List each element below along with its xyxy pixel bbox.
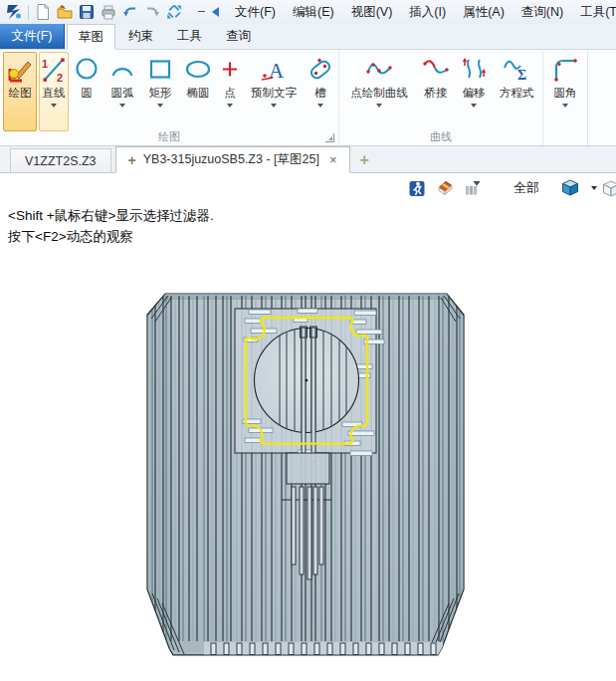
ellipse-button[interactable]: 椭圆 [180,52,216,131]
ribbon-button-label: 桥接 [425,87,448,100]
print-button[interactable] [100,3,118,22]
filter-value-label[interactable]: 全部 [513,179,539,197]
ribbon-tab-0[interactable]: 草图 [67,24,115,50]
fillet-icon [550,55,580,85]
ribbon-button-label: 槽 [314,87,326,100]
menu-item-5[interactable]: 查询(N) [521,4,563,21]
undo-button[interactable] [121,3,140,22]
pin-icon[interactable]: + [128,153,136,167]
equation-button[interactable]: 方程式 [494,52,539,131]
ribbon-button-label: 圆 [81,87,93,100]
sketch-draw-button[interactable]: 绘图 [3,52,37,131]
ellipse-icon [183,55,213,85]
fillet-button[interactable]: 圆角 [546,52,584,131]
ribbon-button-label: 绘图 [9,87,32,100]
quick-access-toolbar: 文件(F)编辑(E)视图(V)插入(I)属性(A)查询(N)工具(T)实 [0,0,616,24]
wireframe-view-cube-icon[interactable] [601,179,616,202]
collapse-ribbon-icon[interactable] [212,7,219,17]
ribbon-tab-row: 文件(F) 草图约束工具查询 [0,24,616,50]
application-window: 文件(F)编辑(E)视图(V)插入(I)属性(A)查询(N)工具(T)实 文件(… [0,0,616,681]
line-icon [39,55,69,85]
document-tab-title: V1ZZT2S.Z3 [25,154,97,168]
dropdown-caret-icon[interactable] [376,104,382,108]
prompt-line-2: 按下<F2>动态的观察 [8,227,214,248]
dropdown-caret-icon[interactable] [227,104,233,108]
menu-item-0[interactable]: 文件(F) [235,4,276,21]
dropdown-caret-icon[interactable] [271,104,277,108]
dropdown-caret-icon[interactable] [471,104,477,108]
point-icon [215,55,245,85]
view-toolbar: 全部 [408,178,597,197]
new-file-button[interactable] [34,3,53,22]
save-button[interactable] [78,3,97,22]
menu-item-2[interactable]: 视图(V) [351,4,393,21]
slot-button[interactable]: 槽 [306,52,335,131]
pretext-icon [259,55,289,85]
ribbon-button-label: 直线 [43,87,66,100]
dropdown-caret-icon[interactable] [51,104,57,108]
ribbon-tab-1[interactable]: 约束 [117,24,164,49]
bridge-icon [421,55,451,85]
point-curve-button[interactable]: 点绘制曲线 [342,52,416,131]
offset-icon [459,55,489,85]
menu-item-3[interactable]: 插入(I) [409,4,446,21]
prompt-message: <Shift +鼠标右键>显示选择过滤器. 按下<F2>动态的观察 [8,206,214,247]
ribbon-button-label: 偏移 [463,87,486,100]
pretext-button[interactable]: 预制文字 [244,52,304,131]
motor-housing-model[interactable] [0,173,616,681]
point-button[interactable]: 点 [218,52,242,131]
point-curve-icon [364,55,394,85]
dropdown-caret-icon[interactable] [119,104,125,108]
exit-sketch-icon[interactable] [408,179,426,197]
ribbon-button-label: 点 [224,87,236,100]
circle-button[interactable]: 圆 [71,52,103,131]
menu-item-4[interactable]: 属性(A) [463,4,505,21]
ribbon-group-2: 圆角 [543,50,588,145]
offset-button[interactable]: 偏移 [456,52,492,131]
ribbon-tab-list: 草图约束工具查询 [65,24,262,49]
ribbon-group-label: 绘图 [0,129,338,144]
ribbon-button-label: 矩形 [149,87,172,100]
menu-bar: 文件(F)编辑(E)视图(V)插入(I)属性(A)查询(N)工具(T)实 [235,4,616,21]
arc-icon [107,55,137,85]
new-tab-button[interactable]: + [360,151,369,172]
sketch-canvas[interactable]: 全部 <Shift +鼠标右键>显示选择过滤器. 按下<F2>动态的观察 [0,173,616,681]
shaded-view-cube-icon[interactable] [560,178,580,197]
arc-button[interactable]: 圆弧 [104,52,140,131]
rectangle-icon [145,55,175,85]
selection-filter-icon[interactable] [463,180,481,196]
ribbon-tab-2[interactable]: 工具 [166,24,213,49]
equation-icon [502,55,531,85]
document-tab-title: YB3-315juzuoSB5.Z3 - [草图25] [143,151,319,168]
eraser-icon[interactable] [435,179,454,196]
ribbon: 绘图直线圆圆弧矩形椭圆点预制文字槽绘图点绘制曲线桥接偏移方程式曲线圆角 [0,50,616,146]
dialog-launcher-button[interactable] [325,133,334,142]
circle-icon [72,55,102,85]
redo-button[interactable] [143,3,162,22]
file-menu-tab[interactable]: 文件(F) [0,24,65,49]
document-tab[interactable]: V1ZZT2S.Z3 [10,148,111,172]
menu-item-6[interactable]: 工具(T) [580,4,616,21]
close-tab-icon[interactable]: × [329,153,337,166]
document-tab-active[interactable]: + YB3-315juzuoSB5.Z3 - [草图25] × [115,146,350,173]
rectangle-button[interactable]: 矩形 [142,52,178,131]
dropdown-caret-icon[interactable] [562,104,568,108]
customize-toolbar-button[interactable] [198,11,205,14]
sketch-draw-icon [5,55,35,85]
dropdown-caret-icon[interactable] [157,104,163,108]
sketch-origin-point[interactable] [306,379,308,382]
ribbon-button-label: 椭圆 [187,87,210,100]
dropdown-caret-icon[interactable] [317,104,323,108]
ribbon-button-label: 圆弧 [111,87,134,100]
ribbon-button-label: 方程式 [500,87,534,100]
regenerate-button[interactable] [165,3,184,22]
ribbon-button-label: 圆角 [554,87,577,100]
document-tab-bar: V1ZZT2S.Z3 + YB3-315juzuoSB5.Z3 - [草图25]… [0,146,616,173]
open-file-button[interactable] [56,3,75,22]
view-mode-dropdown-caret[interactable] [591,186,597,190]
ribbon-tab-3[interactable]: 查询 [215,24,262,49]
bridge-button[interactable]: 桥接 [418,52,454,131]
ribbon-group-0: 绘图直线圆圆弧矩形椭圆点预制文字槽绘图 [0,50,339,145]
menu-item-1[interactable]: 编辑(E) [293,4,334,21]
line-button[interactable]: 直线 [39,52,69,131]
